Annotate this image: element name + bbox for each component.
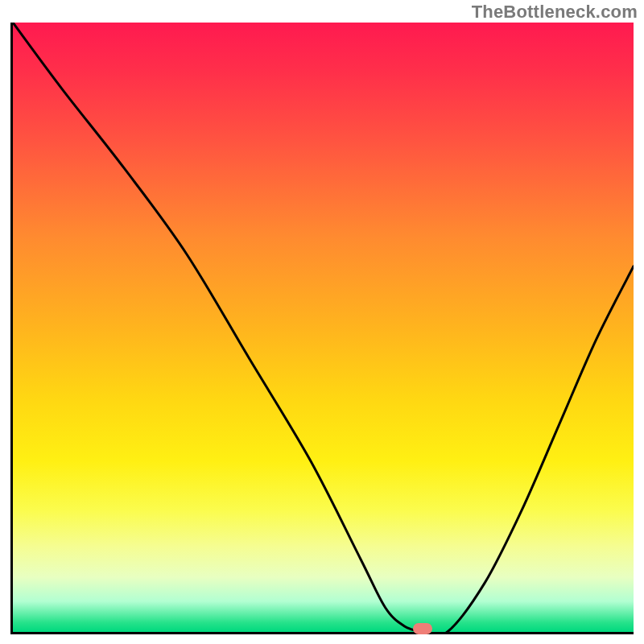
plot-area xyxy=(13,23,634,632)
attribution-label: TheBottleneck.com xyxy=(472,2,638,23)
optimal-point-marker xyxy=(413,623,432,634)
chart-container: TheBottleneck.com xyxy=(0,0,644,644)
bottleneck-curve xyxy=(13,23,634,632)
